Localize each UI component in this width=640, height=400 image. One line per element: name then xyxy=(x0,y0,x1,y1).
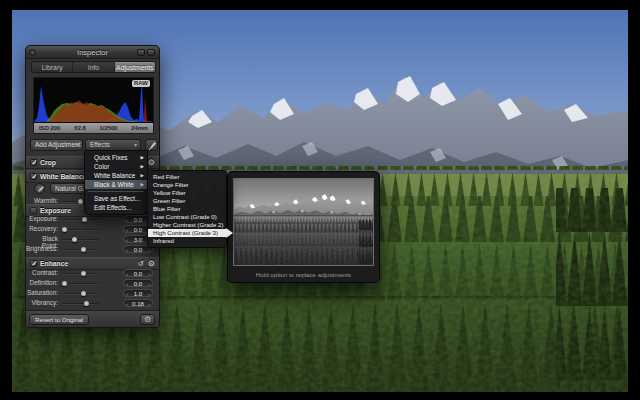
brightness-row: Brightness: 0.0 xyxy=(26,244,161,254)
crop-label: Crop xyxy=(40,159,56,166)
raw-badge: RAW xyxy=(132,80,150,87)
tab-adjustments[interactable]: Adjustments xyxy=(115,62,155,72)
crop-checkbox[interactable] xyxy=(30,159,37,166)
slider-thumb[interactable] xyxy=(81,271,86,276)
menu-item-color[interactable]: Color xyxy=(85,162,147,171)
slider-thumb[interactable] xyxy=(62,227,67,232)
tab-library[interactable]: Library xyxy=(32,62,72,72)
recovery-row: Recovery: 0.0 xyxy=(26,224,161,234)
menu-item-quick-fixes[interactable]: Quick Fixes xyxy=(85,153,147,162)
saturation-row-label: Saturation: xyxy=(26,289,58,296)
menu-item-white-balance[interactable]: White Balance xyxy=(85,171,147,180)
contrast-row-label: Contrast: xyxy=(26,269,58,276)
iso-value: ISO 200 xyxy=(39,125,60,131)
focal-value: 24mm xyxy=(131,125,148,131)
gear-icon xyxy=(144,316,151,323)
enhance-label: Enhance xyxy=(40,260,68,267)
black-point-slider[interactable] xyxy=(62,239,99,241)
slider-thumb[interactable] xyxy=(72,237,77,242)
titlebar-buttons[interactable] xyxy=(137,49,155,56)
slider-thumb[interactable] xyxy=(82,217,87,222)
vibrancy-row-label: Vibrancy: xyxy=(26,299,58,306)
definition-value[interactable]: 0.0 xyxy=(123,279,153,288)
menu-item-black-and-white[interactable]: Black & White xyxy=(85,180,147,189)
add-adjustment-dropdown[interactable]: Add Adjustment xyxy=(30,139,83,151)
submenu-item-label: High Contrast (Grade 3) xyxy=(153,229,218,236)
menu-separator xyxy=(88,191,144,192)
preview-caption: Hold option to replace adjustments xyxy=(228,271,379,278)
brightness-row-label: Brightness: xyxy=(26,245,58,252)
submenu-arrow-icon xyxy=(226,228,233,238)
enhance-checkbox[interactable] xyxy=(30,260,37,267)
eyedropper-button[interactable] xyxy=(34,183,45,194)
exposure-slider[interactable] xyxy=(62,219,99,221)
submenu-item-red-filter[interactable]: Red Filter xyxy=(148,173,226,181)
submenu-item-infrared[interactable]: Infrared xyxy=(148,237,226,245)
effect-preview-thumbnail xyxy=(233,178,374,266)
shutter-value: 1/2500 xyxy=(100,125,118,131)
gear-icon[interactable] xyxy=(148,158,155,167)
contrast-value[interactable]: 0.0 xyxy=(123,269,153,278)
slider-thumb[interactable] xyxy=(81,291,86,296)
vibrancy-row: Vibrancy: 0.18 xyxy=(26,298,161,308)
exposure-label: Exposure xyxy=(40,207,71,214)
submenu-item-yellow-filter[interactable]: Yellow Filter xyxy=(148,189,226,197)
definition-row-label: Definition: xyxy=(26,279,58,286)
inspector-titlebar[interactable]: Inspector xyxy=(26,46,159,59)
menu-item-edit-effects[interactable]: Edit Effects... xyxy=(85,203,147,212)
submenu-item-green-filter[interactable]: Green Filter xyxy=(148,197,226,205)
submenu-item-orange-filter[interactable]: Orange Filter xyxy=(148,181,226,189)
black-and-white-submenu: Red Filter Orange Filter Yellow Filter G… xyxy=(147,170,227,248)
panel-footer: Revert to Original xyxy=(26,310,159,327)
black-point-row: Black Point: 3.0 xyxy=(26,234,161,244)
tab-info[interactable]: Info xyxy=(73,62,113,72)
exif-strip: ISO 200 f/2.8 1/2500 24mm xyxy=(33,123,154,134)
reset-icon[interactable] xyxy=(138,259,144,268)
eyedropper-icon xyxy=(36,185,45,194)
exposure-row: Exposure: 0.0 xyxy=(26,214,161,224)
vibrancy-slider[interactable] xyxy=(62,303,99,305)
white-balance-checkbox[interactable] xyxy=(30,173,37,180)
effects-menu: Quick Fixes Color White Balance Black & … xyxy=(84,150,148,215)
slider-thumb[interactable] xyxy=(81,247,86,252)
saturation-slider[interactable] xyxy=(62,293,99,295)
vibrancy-value[interactable]: 0.18 xyxy=(123,299,153,308)
revert-to-original-button[interactable]: Revert to Original xyxy=(29,314,89,325)
menu-item-save-as-effect[interactable]: Save as Effect... xyxy=(85,194,147,203)
saturation-value[interactable]: 1.0 xyxy=(123,289,153,298)
exposure-row-label: Exposure: xyxy=(26,215,58,222)
contrast-slider[interactable] xyxy=(62,273,99,275)
definition-row: Definition: 0.0 xyxy=(26,278,161,288)
submenu-item-low-contrast[interactable]: Low Contrast (Grade 0) xyxy=(148,213,226,221)
saturation-row: Saturation: 1.0 xyxy=(26,288,161,298)
histogram: RAW xyxy=(33,77,154,123)
white-balance-label: White Balance xyxy=(40,173,86,180)
definition-slider[interactable] xyxy=(62,283,99,285)
warmth-label: Warmth: xyxy=(26,197,58,204)
brush-icon xyxy=(148,141,157,151)
slider-thumb[interactable] xyxy=(62,281,67,286)
brightness-slider[interactable] xyxy=(62,249,99,251)
recovery-slider[interactable] xyxy=(62,229,99,231)
recovery-row-label: Recovery: xyxy=(26,225,58,232)
effect-preview-popup: Hold option to replace adjustments xyxy=(227,171,380,283)
gear-icon[interactable] xyxy=(148,259,155,268)
submenu-item-higher-contrast[interactable]: Higher Contrast (Grade 2) xyxy=(148,221,226,229)
footer-gear-button[interactable] xyxy=(140,314,155,325)
inspector-tabs: Library Info Adjustments xyxy=(31,61,156,73)
bw-landscape-preview xyxy=(234,179,374,266)
exposure-checkbox[interactable] xyxy=(30,207,37,214)
aperture-value: f/2.8 xyxy=(74,125,86,131)
desktop: Inspector Library Info Adjustments RAW I… xyxy=(0,0,640,400)
submenu-item-blue-filter[interactable]: Blue Filter xyxy=(148,205,226,213)
submenu-item-high-contrast[interactable]: High Contrast (Grade 3) xyxy=(148,229,226,237)
slider-thumb[interactable] xyxy=(84,301,89,306)
contrast-row: Contrast: 0.0 xyxy=(26,268,161,278)
